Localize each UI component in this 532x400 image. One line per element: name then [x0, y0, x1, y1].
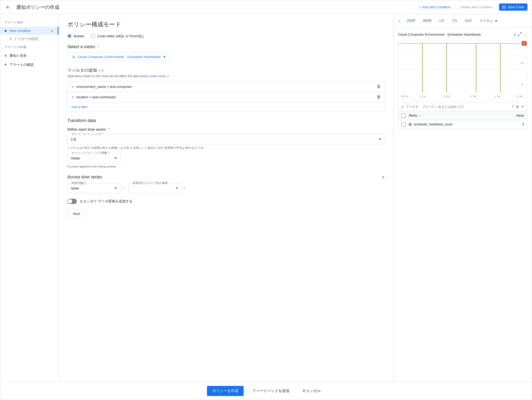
custom-time-button[interactable]: カスタム ▼	[477, 17, 500, 24]
sort-up-icon: ↑	[419, 114, 420, 117]
svg-text:17:20: 17:20	[443, 95, 450, 97]
right-panel: ✓ 1時間 6時間 1日 7日 30日 カスタム ▼ Cloud Compose…	[393, 14, 532, 382]
alert-condition-section-title: アラート条件	[0, 18, 59, 27]
add-alert-condition-button[interactable]: + Add alert condition	[416, 3, 454, 11]
rolling-window-select[interactable]: 1分 5分 10分	[67, 134, 385, 144]
filter-icon: ≡	[401, 105, 404, 109]
row-color-indicator	[409, 123, 412, 126]
svg-text:17:50: 17:50	[517, 95, 523, 97]
svg-text:3.5: 3.5	[521, 61, 524, 64]
filter-label: フィルタ	[406, 104, 418, 109]
toggle-slider	[67, 199, 77, 204]
cancel-button[interactable]: キャンセル	[298, 386, 325, 396]
time-series-aggregation-field: 時系列集計 none sum mean ?	[67, 183, 124, 193]
chart-area: Cloud Composer Environment - Scheduler H…	[394, 28, 532, 382]
across-section: Across time series ∧ 時系列集計 none sum mean	[67, 174, 385, 193]
metric-help-icon: ?	[97, 45, 99, 49]
filter-desc: Selections made on the chart do not affe…	[67, 74, 385, 78]
time-series-field: 時系列集計 none sum mean	[67, 183, 120, 193]
time-1h-button[interactable]: 1時間	[404, 17, 417, 24]
filter-box: ∨ environment_name = test-composer 🗑 ∨ l…	[67, 81, 385, 112]
metric-section: Select a metric ? Cloud Composer Environ…	[67, 44, 385, 61]
chart-header: Cloud Composer Environment - Scheduler H…	[398, 32, 527, 37]
filter-row-1: ∨ environment_name = test-composer 🗑	[68, 81, 385, 92]
filter-delete-1[interactable]: 🗑	[377, 84, 381, 89]
view-code-button[interactable]: View Code	[499, 3, 527, 11]
inactive-dot	[5, 55, 7, 57]
across-title: Across time series	[67, 175, 102, 179]
filter-chevron-icon-2: ∨	[71, 95, 74, 99]
time-controls: ✓ 1時間 6時間 1日 7日 30日 カスタム ▼	[394, 14, 532, 28]
transform-section: Transform data Within each time series ?…	[67, 118, 385, 168]
feedback-button[interactable]: フィードバックを送信	[248, 386, 294, 396]
groupby-label: 時系列のグループ化の基準	[132, 181, 169, 185]
add-filter-button[interactable]: Add a filter	[71, 105, 88, 109]
row-checkbox[interactable]	[401, 122, 406, 126]
page-title: 通知ポリシーの作成	[16, 4, 412, 10]
filter-title: フィルタの追加 任意	[67, 68, 385, 73]
ts-aggregation-label: 時系列集計	[70, 181, 87, 185]
time-7d-button[interactable]: 7日	[450, 17, 459, 24]
across-fields: 時系列集計 none sum mean ? 時系列のグループ化の基準	[67, 183, 385, 193]
content-area: ポリシー構成モード Builder Code editor (MQL or Pr…	[59, 14, 393, 382]
svg-text:17:30: 17:30	[470, 95, 476, 97]
mean-field: ローリング ウィンドウ関数 * mean sum max min	[67, 153, 120, 163]
chart-expand-button[interactable]	[518, 32, 522, 37]
row-value: 4	[508, 123, 524, 126]
svg-text:4: 4	[521, 42, 523, 45]
sidebar-sub-item-trigger[interactable]: トリガーの設定	[0, 35, 59, 43]
metric-select-button[interactable]: Cloud Composer Environment - Scheduler H…	[67, 52, 171, 61]
chart-title: Cloud Composer Environment - Scheduler H…	[398, 32, 514, 36]
chart-icon	[72, 55, 76, 59]
builder-radio-label[interactable]: Builder	[67, 34, 84, 38]
across-collapse-button[interactable]: ∧	[382, 174, 385, 179]
secondary-toggle-label: セカンダリ データ変換を追加する	[80, 199, 132, 204]
across-header: Across time series ∧	[67, 174, 385, 179]
back-button[interactable]	[5, 3, 12, 11]
table-row: scheduler_heartbeat_count 4	[398, 120, 527, 129]
chart-container: 4 UTC+9 17:10 17:20 17:30 17:40 17:50	[398, 40, 527, 99]
fn-hint: Function applied to the rolling window	[67, 165, 385, 168]
code-editor-radio-label[interactable]: Code editor (MQL or PromQL)	[91, 34, 143, 38]
filter-chevron-icon: ∨	[71, 85, 74, 88]
bottom-footer: ポリシーを作成 フィードバックを送信 キャンセル	[0, 382, 532, 400]
sidebar-item-new-condition[interactable]: New condition ∧	[0, 27, 59, 35]
table-columns-button[interactable]: ⊞	[516, 105, 519, 109]
chart-more-button[interactable]: ⋮	[524, 32, 527, 37]
chart-actions: ℹ ⋮	[514, 32, 527, 37]
value-column-header: Value	[508, 114, 524, 117]
rolling-window-fn-label: ローリング ウィンドウ関数 *	[70, 151, 110, 155]
chart-info-button[interactable]: ℹ	[514, 32, 516, 37]
rolling-window-field: ローリング ウィンドウ * 1分 5分 10分	[67, 134, 385, 144]
groupby-field: 時系列のグループ化の基準	[128, 183, 182, 193]
sidebar-item-notification[interactable]: 通知と名前	[0, 51, 59, 60]
builder-radio[interactable]	[67, 34, 72, 38]
filter-delete-2[interactable]: 🗑	[377, 95, 381, 99]
secondary-toggle-switch[interactable]	[67, 199, 77, 204]
learn-more-link[interactable]: Learn more	[149, 74, 166, 78]
metric-label: Select a metric ?	[67, 44, 385, 49]
transform-title: Transform data	[67, 118, 385, 123]
secondary-toggle: セカンダリ データ変換を追加する	[67, 199, 385, 204]
table-help-button[interactable]: ?	[512, 105, 514, 109]
filter-section: フィルタの追加 任意 Selections made on the chart …	[67, 68, 385, 112]
sidebar-item-confirm[interactable]: アラートの確認	[0, 60, 59, 69]
time-6h-button[interactable]: 6時間	[421, 17, 434, 24]
code-editor-radio[interactable]	[91, 34, 95, 38]
table-select-all-checkbox[interactable]	[401, 113, 406, 118]
rolling-window-label: ローリング ウィンドウ *	[70, 132, 105, 136]
header-actions: + Add alert condition Delete alert condi…	[416, 3, 527, 11]
groupby-help-icon: ?	[183, 186, 185, 190]
next-button[interactable]: Next	[67, 209, 86, 218]
rolling-window-hint: シグナルを計算する時間の長さを調整します例: 5 分間にした場合の CPU 使用…	[67, 146, 385, 150]
svg-text:3: 3	[521, 83, 523, 86]
svg-text:17:10: 17:10	[420, 95, 426, 97]
table-header: Metric ↑ Value	[398, 111, 527, 120]
svg-text:4: 4	[523, 42, 525, 45]
time-30d-button[interactable]: 30日	[463, 17, 474, 24]
table-close-button[interactable]: ✕	[521, 105, 524, 109]
delete-alert-condition-button[interactable]: Delete alert condition	[457, 3, 496, 11]
table-filter-input[interactable]	[422, 105, 510, 109]
create-policy-button[interactable]: ポリシーを作成	[207, 386, 244, 396]
time-1d-button[interactable]: 1日	[437, 17, 446, 24]
